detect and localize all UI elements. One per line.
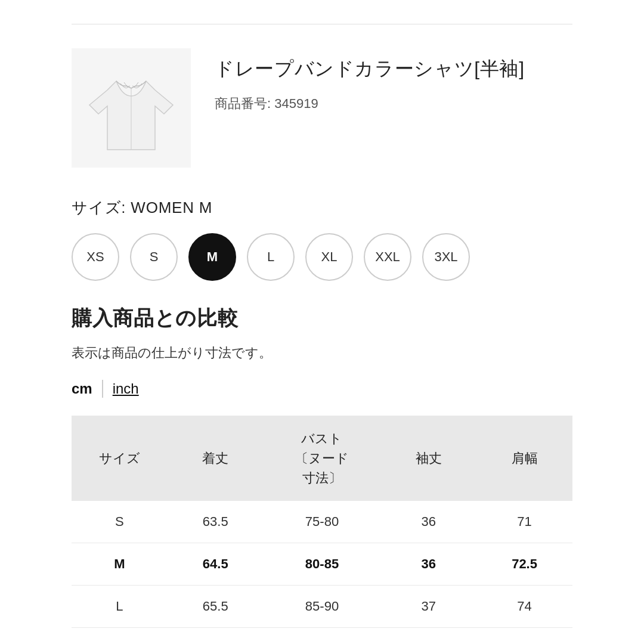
cell-sleeve-l: 37 [380,586,476,628]
table-row: S 63.5 75-80 36 71 [72,501,572,543]
product-number-label: 商品番号: [215,96,271,111]
size-label: サイズ: WOMEN M [72,197,572,218]
product-image [72,48,191,168]
cell-shoulder-l: 74 [476,586,572,628]
size-btn-m[interactable]: M [188,233,236,281]
unit-inch-label[interactable]: inch [113,380,139,397]
comparison-section: 購入商品との比較 表示は商品の仕上がり寸法です。 cm inch サイズ 着丈 … [72,305,572,628]
col-header-shoulder: 肩幅 [476,416,572,501]
top-divider [72,24,572,24]
cell-length-l: 65.5 [168,586,264,628]
size-btn-xl[interactable]: XL [305,233,353,281]
cell-shoulder-m: 72.5 [476,543,572,586]
size-buttons: XS S M L XL XXL 3XL [72,233,572,281]
cell-bust-l: 85-90 [264,586,381,628]
col-header-bust: バスト〔ヌード寸法〕 [264,416,381,501]
product-number: 商品番号: 345919 [215,95,525,113]
unit-divider [102,380,103,398]
table-header: サイズ 着丈 バスト〔ヌード寸法〕 袖丈 肩幅 [72,416,572,501]
cell-length-s: 63.5 [168,501,264,543]
size-btn-xs[interactable]: XS [72,233,119,281]
unit-cm-label[interactable]: cm [72,380,92,397]
product-header: ドレープバンドカラーシャツ[半袖] 商品番号: 345919 [72,48,572,168]
cell-sleeve-m: 36 [380,543,476,586]
cell-bust-s: 75-80 [264,501,381,543]
size-btn-xxl[interactable]: XXL [364,233,411,281]
table-row-highlighted: M 64.5 80-85 36 72.5 [72,543,572,586]
cell-size-m: M [72,543,168,586]
comparison-subtitle: 表示は商品の仕上がり寸法です。 [72,344,572,362]
cell-bust-m: 80-85 [264,543,381,586]
size-table: サイズ 着丈 バスト〔ヌード寸法〕 袖丈 肩幅 S 63.5 75-80 36 … [72,416,572,628]
size-btn-3xl[interactable]: 3XL [422,233,470,281]
product-info: ドレープバンドカラーシャツ[半袖] 商品番号: 345919 [215,48,525,113]
col-header-sleeve: 袖丈 [380,416,476,501]
table-row: L 65.5 85-90 37 74 [72,586,572,628]
cell-length-m: 64.5 [168,543,264,586]
col-header-size: サイズ [72,416,168,501]
comparison-title: 購入商品との比較 [72,305,572,332]
table-header-row: サイズ 着丈 バスト〔ヌード寸法〕 袖丈 肩幅 [72,416,572,501]
shirt-illustration [83,57,179,159]
product-title: ドレープバンドカラーシャツ[半袖] [215,54,525,83]
table-body: S 63.5 75-80 36 71 M 64.5 80-85 36 72.5 … [72,501,572,628]
product-number-value: 345919 [274,96,318,111]
size-btn-l[interactable]: L [247,233,295,281]
cell-sleeve-s: 36 [380,501,476,543]
cell-shoulder-s: 71 [476,501,572,543]
size-btn-s[interactable]: S [130,233,178,281]
unit-toggle: cm inch [72,380,572,398]
size-section: サイズ: WOMEN M XS S M L XL XXL 3XL [72,197,572,281]
page-container: ドレープバンドカラーシャツ[半袖] 商品番号: 345919 サイズ: WOME… [0,0,644,644]
cell-size-s: S [72,501,168,543]
cell-size-l: L [72,586,168,628]
col-header-length: 着丈 [168,416,264,501]
